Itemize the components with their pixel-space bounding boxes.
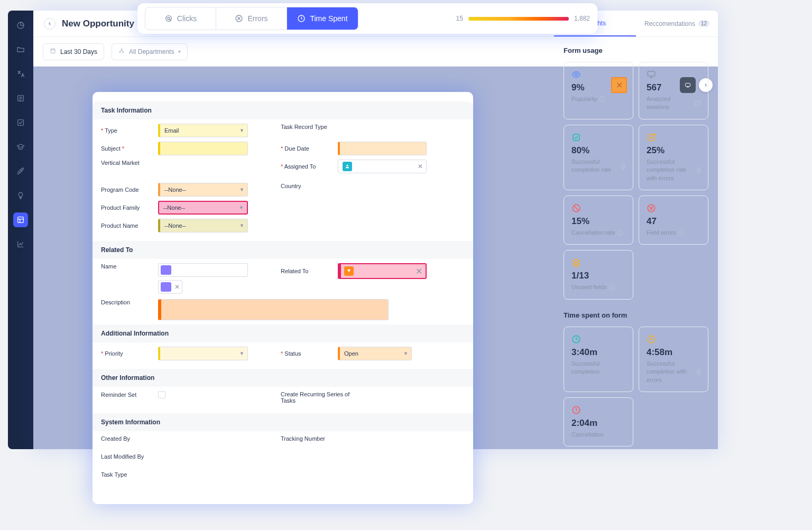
section-system: System Information	[93, 413, 473, 431]
contact-icon	[161, 265, 171, 275]
stat-sessions: 567 Analyzed sessionsi	[639, 62, 708, 119]
priority-select[interactable]: ▼	[158, 347, 248, 360]
chevron-down-icon: ▼	[239, 351, 244, 356]
stat-unused: 1/13 Unused fieldsi	[564, 250, 633, 299]
tab-errors[interactable]: Errors	[216, 7, 287, 30]
assigned-to-input[interactable]: ✕	[338, 160, 427, 173]
time-spent-heading: Time spent on form	[564, 311, 708, 319]
svg-rect-2	[18, 120, 24, 126]
chevron-down-icon: ▼	[239, 205, 244, 210]
info-icon[interactable]: i	[697, 167, 700, 173]
main-panel: New Opportunity ⋯ w Last 30 Days All Dep…	[33, 11, 718, 449]
name-input-2[interactable]: ✕	[158, 280, 182, 294]
eye-icon	[571, 70, 581, 79]
calendar-icon	[50, 48, 56, 55]
program-code-select[interactable]: --None--▼	[158, 183, 248, 197]
stat-popularity: 9% Popularityi	[564, 62, 633, 119]
nav-rocket-icon[interactable]	[13, 164, 28, 179]
subject-label: Subject *	[101, 145, 158, 152]
name-label: Name	[101, 263, 158, 269]
layers-icon	[571, 258, 581, 267]
name-input-1[interactable]	[158, 263, 248, 277]
clear-icon[interactable]: ✕	[174, 283, 180, 291]
product-family-label: Product Family	[101, 204, 158, 211]
product-name-select[interactable]: --None--▼	[158, 219, 248, 233]
nav-translate-icon[interactable]	[13, 67, 28, 81]
clock-check-icon	[571, 334, 581, 344]
clear-icon[interactable]: ✕	[418, 163, 423, 170]
date-filter[interactable]: Last 30 Days	[43, 43, 104, 60]
nav-education-icon[interactable]	[13, 140, 28, 154]
clear-icon[interactable]: ✕	[416, 266, 422, 276]
vertical-market-label: Vertical Market	[101, 160, 158, 166]
created-by-label: Created By	[101, 435, 158, 442]
page-title: New Opportunity	[62, 18, 134, 29]
nav-chart-icon[interactable]	[13, 237, 28, 252]
nav-list-icon[interactable]	[13, 91, 28, 106]
modified-by-label: Last Modified By	[101, 453, 158, 460]
chevron-down-icon: ▼	[239, 187, 244, 192]
nav-folder-icon[interactable]	[13, 42, 28, 57]
scale-max: 1,882	[574, 15, 590, 22]
stat-field-errors: 47 Field errorsi	[639, 196, 708, 245]
priority-label: * Priority	[101, 350, 158, 357]
cancel-icon	[571, 203, 581, 213]
stat-time-ok: 3:40m Successful completion	[564, 327, 633, 392]
tab-time-spent[interactable]: Time Spent	[287, 7, 358, 30]
usage-stats: 9% Popularityi 567 Analyzed sessionsi 80…	[564, 62, 708, 300]
reminder-checkbox[interactable]	[158, 391, 165, 398]
subject-input[interactable]	[158, 142, 248, 155]
tab-clicks[interactable]: Clicks	[145, 7, 216, 30]
task-type-label: Task Type	[101, 471, 158, 478]
info-icon[interactable]: i	[678, 230, 684, 236]
tab-recommendations[interactable]: Reccomendations12	[636, 11, 718, 36]
related-to-label: Related To	[281, 268, 338, 274]
info-icon[interactable]: i	[617, 230, 623, 236]
product-family-select[interactable]: --None--▼	[158, 201, 248, 215]
scale-gradient	[468, 17, 569, 21]
due-date-input[interactable]	[338, 142, 427, 155]
dept-filter[interactable]: All Departments ▾	[112, 43, 188, 60]
info-icon[interactable]: i	[609, 285, 615, 291]
info-icon[interactable]: i	[599, 96, 605, 102]
description-input[interactable]	[158, 299, 389, 320]
assigned-to-label: * Assigned To	[281, 163, 338, 170]
svg-rect-12	[648, 71, 655, 76]
target-icon	[164, 14, 173, 23]
country-label: Country	[281, 183, 338, 189]
nav-check-icon[interactable]	[13, 115, 28, 130]
check-circle-icon	[571, 133, 581, 142]
svg-rect-13	[573, 134, 579, 141]
metric-tabs: Clicks Errors Time Spent	[145, 7, 358, 30]
section-related-to: Related To	[93, 241, 473, 259]
chevron-down-icon: ▼	[239, 128, 244, 133]
section-task-info: Task Information	[93, 101, 473, 119]
info-icon[interactable]: i	[697, 369, 700, 375]
type-select[interactable]: Email▼	[158, 124, 248, 137]
stat-success-errors: 25% Successful completion rate with erro…	[639, 125, 708, 190]
back-button[interactable]	[44, 18, 56, 30]
info-icon[interactable]: i	[621, 163, 625, 169]
section-additional: Additional Information	[93, 324, 473, 342]
svg-point-11	[575, 73, 578, 76]
clock-cancel-icon	[571, 405, 581, 415]
chevron-down-icon: ▾	[178, 49, 181, 54]
related-to-input[interactable]: ✕	[338, 263, 427, 279]
program-code-label: Program Code	[101, 187, 158, 193]
nav-dashboard-icon[interactable]	[13, 18, 28, 33]
svg-point-6	[121, 49, 122, 50]
nav-bulb-icon[interactable]	[13, 188, 28, 203]
error-icon	[235, 14, 243, 23]
user-icon	[343, 162, 352, 171]
section-other: Other Information	[93, 369, 473, 387]
contact-icon	[161, 282, 171, 292]
stat-cancellation: 15% Cancellation ratei	[564, 196, 633, 245]
opportunity-icon	[344, 266, 354, 276]
svg-rect-5	[51, 49, 55, 53]
status-select[interactable]: Open▼	[338, 347, 412, 360]
info-icon[interactable]: i	[695, 100, 700, 106]
status-label: * Status	[281, 350, 338, 357]
warning-check-icon	[647, 133, 656, 142]
nav-layout-icon[interactable]	[13, 212, 28, 227]
reminder-label: Reminder Set	[101, 392, 158, 398]
